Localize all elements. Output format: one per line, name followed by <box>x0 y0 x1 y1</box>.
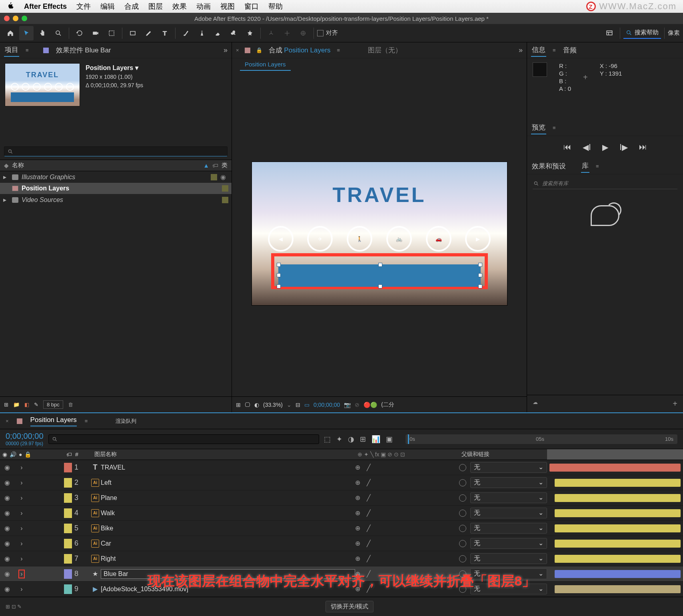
zoom-tool[interactable] <box>51 26 66 40</box>
tab-fx-controls[interactable]: 效果控件 Blue Bar <box>55 44 112 56</box>
snapshot-icon[interactable]: 📷 <box>344 402 351 408</box>
hand-tool[interactable] <box>35 26 50 40</box>
home-tool[interactable] <box>3 26 18 40</box>
menu-window[interactable]: 窗口 <box>244 2 259 11</box>
eye-icon[interactable]: ◉ <box>3 555 11 562</box>
orbit-tool[interactable] <box>72 26 87 40</box>
playhead[interactable] <box>408 434 409 444</box>
menu-layer[interactable]: 图层 <box>148 2 163 11</box>
tree-row[interactable]: ▸ Video Sources <box>0 194 232 206</box>
search-help[interactable]: 搜索帮助 <box>623 27 661 39</box>
tree-row[interactable]: Position Layers <box>0 183 232 194</box>
mask-icon[interactable]: ◐ <box>254 402 259 408</box>
label-chip[interactable] <box>64 508 72 518</box>
pickwhip-icon[interactable] <box>459 555 466 562</box>
collapse-icon[interactable]: » <box>224 46 228 54</box>
play-icon[interactable]: ▶ <box>602 142 608 152</box>
layer-duration-bar[interactable] <box>555 555 681 563</box>
comp-mini-icon[interactable]: ⬚ <box>324 435 331 444</box>
prev-frame-icon[interactable]: ◀Ⅰ <box>583 142 591 152</box>
label-chip[interactable] <box>64 584 72 594</box>
layer-row[interactable]: ◉›2AiLeft⊕╱无⌄ <box>0 475 683 490</box>
expand-icon[interactable]: › <box>18 540 25 548</box>
switch-mode-button[interactable]: 切换开关/模式 <box>326 601 373 612</box>
safe-icon[interactable]: ▭ <box>304 402 310 408</box>
expand-icon[interactable]: › <box>18 524 25 532</box>
label-chip[interactable] <box>64 554 72 564</box>
parent-dropdown[interactable]: 无⌄ <box>470 492 547 503</box>
zoom-dropdown[interactable]: (33.3%) <box>263 402 283 408</box>
view-axis-tool[interactable] <box>296 26 310 40</box>
local-axis-tool[interactable] <box>264 26 278 40</box>
timeline-search[interactable] <box>48 434 320 444</box>
snap-toggle[interactable]: 对齐 <box>317 29 338 37</box>
eye-icon[interactable]: ◉ <box>3 585 11 593</box>
expand-icon[interactable]: › <box>18 494 25 502</box>
cloud-icon[interactable]: ☁ <box>533 399 538 408</box>
menu-view[interactable]: 视图 <box>220 2 235 11</box>
tree-row[interactable]: ▸ Illustrator Graphics◉ <box>0 171 232 183</box>
menu-file[interactable]: 文件 <box>76 2 91 11</box>
eye-icon[interactable]: ◉ <box>3 494 11 502</box>
adjustment-icon[interactable]: ✎ <box>34 402 38 408</box>
col-name[interactable]: 名称 <box>12 162 200 169</box>
pickwhip-icon[interactable] <box>459 494 466 502</box>
menu-comp[interactable]: 合成 <box>124 2 139 11</box>
pickwhip-icon[interactable] <box>459 540 466 547</box>
tab-render-queue[interactable]: 渲染队列 <box>116 418 136 425</box>
expand-icon[interactable]: › <box>18 509 25 517</box>
text-tool[interactable] <box>158 26 172 40</box>
add-icon[interactable]: + <box>673 399 677 408</box>
world-axis-tool[interactable] <box>280 26 294 40</box>
eye-icon[interactable]: ◉ <box>3 524 11 532</box>
pickwhip-icon[interactable] <box>459 479 466 486</box>
tab-project[interactable]: 项目 <box>4 44 19 57</box>
parent-dropdown[interactable]: 无⌄ <box>470 477 547 488</box>
tab-layer-none[interactable]: 图层（无） <box>367 44 403 56</box>
tab-audio[interactable]: 音频 <box>562 44 577 56</box>
layer-duration-bar[interactable] <box>555 494 681 502</box>
mag-icon[interactable]: ⊞ <box>236 402 241 408</box>
roto-tool[interactable] <box>227 26 241 40</box>
comp-thumbnail[interactable]: TRAVEL <box>5 63 80 106</box>
camera-tool[interactable] <box>88 26 103 40</box>
tab-library[interactable]: 库 <box>581 160 589 173</box>
expand-icon[interactable]: › <box>18 570 25 578</box>
parent-dropdown[interactable]: 无⌄ <box>470 523 547 534</box>
layer-duration-bar[interactable] <box>555 540 681 548</box>
eye-icon[interactable]: ◉ <box>3 509 11 517</box>
col-type[interactable]: 类 <box>222 162 228 169</box>
layer-row[interactable]: ◉›6AiCar⊕╱无⌄ <box>0 536 683 551</box>
sort-icon[interactable]: ▲ <box>203 162 209 169</box>
new-comp-icon[interactable]: ◧ <box>24 402 29 408</box>
layer-duration-bar[interactable] <box>555 585 681 593</box>
expand-icon[interactable]: › <box>18 479 25 487</box>
pickwhip-icon[interactable] <box>459 464 466 471</box>
pan-behind-tool[interactable] <box>104 26 119 40</box>
menu-edit[interactable]: 编辑 <box>100 2 115 11</box>
tag-icon[interactable]: ◆ <box>4 162 9 169</box>
comp-breadcrumb[interactable]: Position Layers <box>240 58 291 71</box>
label-chip[interactable] <box>64 478 72 488</box>
comp-canvas[interactable]: TRAVEL ◀ ✈ 🚶 🚲 🚗 ▶ <box>252 162 507 306</box>
res-dropdown[interactable]: (二分 <box>381 401 394 408</box>
collapse-icon[interactable]: » <box>519 46 523 54</box>
layer-duration-bar[interactable] <box>555 509 681 517</box>
menu-anim[interactable]: 动画 <box>196 2 211 11</box>
trash-icon[interactable]: 🗑 <box>68 402 73 408</box>
expand-icon[interactable]: › <box>18 555 25 563</box>
graph-icon[interactable]: 📊 <box>371 435 380 444</box>
new-folder-icon[interactable]: 📁 <box>13 402 20 408</box>
next-frame-icon[interactable]: Ⅰ▶ <box>619 142 628 152</box>
clone-tool[interactable] <box>195 26 209 40</box>
timeline-timecode[interactable]: 0;00;00;00 <box>6 432 44 441</box>
project-search[interactable] <box>4 146 228 156</box>
eye-icon[interactable]: ◉ <box>3 540 11 547</box>
draft3d-icon[interactable]: ▣ <box>386 435 393 444</box>
expand-icon[interactable]: › <box>18 585 25 593</box>
motion-blur-icon[interactable]: ⊞ <box>360 435 366 444</box>
layer-duration-bar[interactable] <box>555 479 681 487</box>
color-icon[interactable]: 🔴🟢 <box>363 402 377 408</box>
label-chip[interactable] <box>64 569 72 579</box>
layer-duration-bar[interactable] <box>555 570 681 578</box>
